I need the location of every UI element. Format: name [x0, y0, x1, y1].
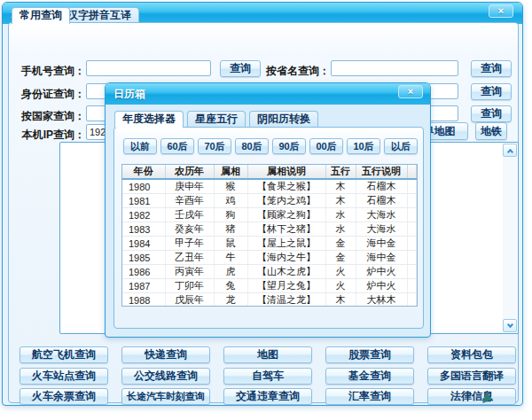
cell: 牛 — [214, 251, 247, 265]
exchange-rate-query-button[interactable]: 汇率查询 — [325, 388, 414, 405]
col-element-desc: 五行说明 — [356, 165, 407, 179]
cell: 庚申年 — [165, 179, 214, 194]
cell: 石榴木 — [356, 179, 407, 194]
cell — [407, 222, 417, 237]
table-row[interactable]: 1985乙丑年牛【海内之牛】金海中金 — [122, 251, 417, 265]
cell: 壬戌年 — [165, 208, 214, 222]
tab-common-query[interactable]: 常用查询 — [12, 7, 70, 24]
table-row[interactable]: 1982壬戌年狗【顾家之狗】水大海水 — [122, 208, 417, 222]
stock-query-button[interactable]: 股票查询 — [325, 346, 414, 363]
cell — [407, 237, 417, 251]
tab-zodiac-five-elements[interactable]: 星座五行 — [187, 111, 246, 127]
cell: 虎 — [214, 265, 247, 279]
tab-label: 常用查询 — [20, 9, 62, 21]
decade-10s-button[interactable]: 10后 — [347, 138, 380, 154]
decade-before-button[interactable]: 以前 — [123, 138, 157, 154]
scroll-up-button[interactable] — [503, 144, 517, 157]
dialog-close-button[interactable]: × — [398, 85, 423, 98]
cell: 木 — [325, 179, 356, 194]
decade-after-button[interactable]: 以后 — [384, 138, 418, 154]
train-station-query-button[interactable]: 火车站点查询 — [20, 368, 108, 385]
cell: 金 — [325, 237, 356, 251]
cell: 辛酉年 — [165, 194, 214, 208]
decade-70s-button[interactable]: 70后 — [198, 138, 231, 154]
cell: 木 — [325, 293, 356, 307]
mobile-query-button[interactable]: 查询 — [220, 60, 261, 77]
cell: 海中金 — [356, 251, 407, 265]
cell: 大林木 — [356, 293, 407, 307]
tab-label: 汉字拼音互译 — [67, 9, 131, 21]
cell: 丙寅年 — [165, 265, 214, 279]
decade-60s-button[interactable]: 60后 — [160, 138, 194, 154]
scrollbar[interactable] — [503, 144, 517, 332]
map-button[interactable]: 地图 — [223, 346, 312, 363]
label-country-query: 按国家查询： — [16, 109, 85, 124]
chevron-up-icon — [507, 149, 513, 155]
cell: 炉中火 — [356, 279, 407, 293]
self-driving-button[interactable]: 自驾车 — [223, 368, 312, 385]
tab-label: 阴阳历转换 — [257, 113, 310, 125]
province-query-input[interactable] — [331, 60, 458, 76]
translate-button[interactable]: 多国语言翻译 — [427, 368, 516, 385]
mobile-query-input[interactable] — [86, 60, 211, 76]
tab-year-selector[interactable]: 年度选择器 — [114, 111, 184, 128]
cell — [407, 293, 417, 307]
express-query-button[interactable]: 快递查询 — [121, 346, 210, 363]
decade-00s-button[interactable]: 00后 — [309, 138, 343, 154]
province-query-button[interactable]: 查询 — [471, 60, 512, 77]
col-lunar-year: 农历年 — [165, 165, 214, 179]
subway-button[interactable]: 地铁 — [475, 122, 507, 140]
table-row[interactable]: 1984甲子年鼠【屋上之鼠】金海中金 — [122, 237, 417, 251]
col-zodiac: 属相 — [214, 165, 247, 179]
col-year: 年份 — [122, 165, 165, 179]
table-row[interactable]: 1980庚申年猴【食果之猴】木石榴木 — [122, 179, 417, 194]
query-button-row3[interactable]: 查询 — [471, 105, 512, 122]
data-package-button[interactable]: 资料包包 — [427, 346, 516, 363]
dialog-titlebar[interactable]: 日历箱 × — [106, 83, 430, 105]
cell: 1985 — [122, 251, 165, 265]
cell: 【食果之猴】 — [247, 179, 325, 194]
tab-pinyin-translate[interactable]: 汉字拼音互译 — [59, 7, 139, 23]
traffic-violation-query-button[interactable]: 交通违章查询 — [223, 388, 312, 405]
cell: 水 — [325, 222, 356, 237]
table-row[interactable]: 1981辛酉年鸡【笼内之鸡】木石榴木 — [122, 194, 417, 208]
legal-info-button[interactable]: 法律信息 — [427, 388, 516, 405]
cell: 火 — [325, 279, 356, 293]
bus-route-query-button[interactable]: 公交线路查询 — [121, 368, 210, 385]
flight-query-button[interactable]: 航空飞机查询 — [20, 346, 108, 363]
tab-lunar-solar-convert[interactable]: 阴阳历转换 — [249, 111, 318, 127]
decade-90s-button[interactable]: 90后 — [272, 138, 306, 154]
cell: 鸡 — [214, 194, 247, 208]
table-row[interactable]: 1983癸亥年猪【林下之猪】水大海水 — [122, 222, 417, 237]
cell — [407, 208, 417, 222]
cell — [407, 279, 417, 293]
dialog-tab-content: 以前 60后 70后 80后 90后 00后 10后 以后 年份 农历年 属相 … — [113, 127, 424, 329]
cell: 【海内之牛】 — [247, 251, 325, 265]
cell: 癸亥年 — [165, 222, 214, 237]
cell: 【林下之猪】 — [247, 222, 325, 237]
close-button[interactable]: × — [489, 4, 513, 18]
cell — [407, 251, 417, 265]
cell: 【山木之虎】 — [247, 265, 325, 279]
train-ticket-query-button[interactable]: 火车余票查询 — [20, 388, 108, 405]
col-element: 五行 — [325, 165, 356, 179]
coach-schedule-query-button[interactable]: 长途汽车时刻查询 — [121, 388, 210, 405]
cell: 1986 — [122, 265, 165, 279]
cell: 1983 — [122, 222, 165, 237]
cell — [407, 194, 417, 208]
table-row[interactable]: 1987丁卯年兔【望月之兔】火炉中火 — [122, 279, 417, 293]
cell: 甲子年 — [165, 237, 214, 251]
cell: 海中金 — [356, 237, 407, 251]
calendar-dialog: 日历箱 × 年度选择器 星座五行 阴阳历转换 以前 60后 70后 80后 90… — [105, 82, 431, 338]
cell — [407, 179, 417, 194]
scroll-down-button[interactable] — [503, 319, 517, 332]
fund-query-button[interactable]: 基金查询 — [325, 368, 414, 385]
table-row[interactable]: 1988戊辰年龙【清温之龙】木大林木 — [122, 293, 417, 307]
dialog-title: 日历箱 — [106, 87, 145, 102]
table-row[interactable]: 1986丙寅年虎【山木之虎】火炉中火 — [122, 265, 417, 279]
query-button-row2[interactable]: 查询 — [471, 83, 512, 100]
decade-80s-button[interactable]: 80后 — [235, 138, 269, 154]
cell: 丁卯年 — [165, 279, 214, 293]
cell: 石榴木 — [356, 194, 407, 208]
cell: 猴 — [214, 179, 247, 194]
